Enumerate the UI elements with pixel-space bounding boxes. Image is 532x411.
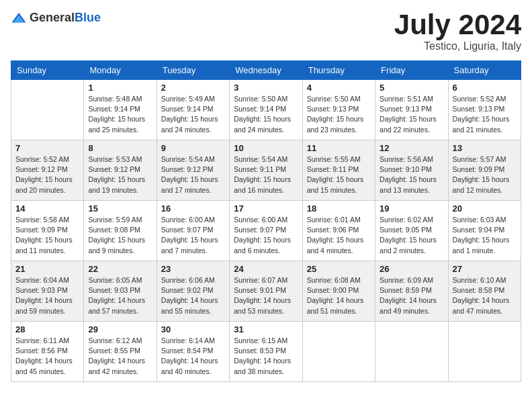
day-number: 14 <box>15 203 79 214</box>
day-number: 15 <box>88 203 152 214</box>
day-info: Sunrise: 6:05 AMSunset: 9:03 PMDaylight:… <box>88 275 152 316</box>
day-number: 25 <box>307 264 371 274</box>
calendar-cell: 10Sunrise: 5:54 AMSunset: 9:11 PMDayligh… <box>230 140 302 201</box>
calendar-cell: 2Sunrise: 5:49 AMSunset: 9:14 PMDaylight… <box>157 80 229 140</box>
calendar-cell: 4Sunrise: 5:50 AMSunset: 9:13 PMDaylight… <box>302 80 375 140</box>
day-number: 6 <box>453 83 517 93</box>
day-number: 11 <box>307 143 371 153</box>
day-number: 30 <box>161 324 225 334</box>
day-number: 3 <box>234 83 298 93</box>
day-number: 24 <box>234 264 298 274</box>
calendar-cell: 6Sunrise: 5:52 AMSunset: 9:13 PMDaylight… <box>448 80 521 140</box>
month-title: July 2024 <box>394 11 521 39</box>
calendar-cell <box>375 322 448 382</box>
day-number: 28 <box>15 324 79 334</box>
day-info: Sunrise: 6:03 AMSunset: 9:04 PMDaylight:… <box>453 215 517 256</box>
day-info: Sunrise: 5:52 AMSunset: 9:12 PMDaylight:… <box>15 154 79 195</box>
calendar-cell: 25Sunrise: 6:08 AMSunset: 9:00 PMDayligh… <box>302 261 375 322</box>
calendar-cell: 16Sunrise: 6:00 AMSunset: 9:07 PMDayligh… <box>157 201 229 261</box>
calendar-cell: 21Sunrise: 6:04 AMSunset: 9:03 PMDayligh… <box>11 261 84 322</box>
logo: GeneralBlue <box>11 11 101 25</box>
day-number: 19 <box>380 203 443 214</box>
day-number: 20 <box>453 203 517 214</box>
day-info: Sunrise: 5:50 AMSunset: 9:13 PMDaylight:… <box>307 94 371 135</box>
logo-text: GeneralBlue <box>30 11 101 25</box>
calendar-cell: 19Sunrise: 6:02 AMSunset: 9:05 PMDayligh… <box>375 201 448 261</box>
calendar-cell: 1Sunrise: 5:48 AMSunset: 9:14 PMDaylight… <box>84 80 157 140</box>
day-number: 18 <box>307 203 371 214</box>
day-info: Sunrise: 5:53 AMSunset: 9:12 PMDaylight:… <box>88 154 152 195</box>
logo-blue: Blue <box>75 11 101 24</box>
weekday-header-thursday: Thursday <box>302 61 375 80</box>
day-info: Sunrise: 5:49 AMSunset: 9:14 PMDaylight:… <box>161 94 225 135</box>
logo-icon <box>11 11 27 25</box>
day-info: Sunrise: 5:48 AMSunset: 9:14 PMDaylight:… <box>88 94 152 135</box>
week-row-5: 28Sunrise: 6:11 AMSunset: 8:56 PMDayligh… <box>11 322 521 382</box>
calendar-cell: 9Sunrise: 5:54 AMSunset: 9:12 PMDaylight… <box>157 140 229 201</box>
calendar-cell: 27Sunrise: 6:10 AMSunset: 8:58 PMDayligh… <box>448 261 521 322</box>
calendar-cell: 31Sunrise: 6:15 AMSunset: 8:53 PMDayligh… <box>230 322 302 382</box>
day-number: 5 <box>380 83 443 93</box>
calendar-cell: 15Sunrise: 5:59 AMSunset: 9:08 PMDayligh… <box>84 201 157 261</box>
day-info: Sunrise: 6:00 AMSunset: 9:07 PMDaylight:… <box>161 215 225 256</box>
day-info: Sunrise: 6:14 AMSunset: 8:54 PMDaylight:… <box>161 336 225 377</box>
calendar-cell: 7Sunrise: 5:52 AMSunset: 9:12 PMDaylight… <box>11 140 84 201</box>
weekday-header-row: SundayMondayTuesdayWednesdayThursdayFrid… <box>11 61 521 80</box>
day-number: 10 <box>234 143 298 153</box>
calendar-cell: 5Sunrise: 5:51 AMSunset: 9:13 PMDaylight… <box>375 80 448 140</box>
week-row-2: 7Sunrise: 5:52 AMSunset: 9:12 PMDaylight… <box>11 140 521 201</box>
day-info: Sunrise: 5:55 AMSunset: 9:11 PMDaylight:… <box>307 154 371 195</box>
weekday-header-tuesday: Tuesday <box>157 61 229 80</box>
calendar-cell: 26Sunrise: 6:09 AMSunset: 8:59 PMDayligh… <box>375 261 448 322</box>
day-number: 21 <box>15 264 79 274</box>
calendar-cell: 8Sunrise: 5:53 AMSunset: 9:12 PMDaylight… <box>84 140 157 201</box>
calendar-cell: 22Sunrise: 6:05 AMSunset: 9:03 PMDayligh… <box>84 261 157 322</box>
calendar-cell: 13Sunrise: 5:57 AMSunset: 9:09 PMDayligh… <box>448 140 521 201</box>
title-section: July 2024 Testico, Liguria, Italy <box>394 11 521 52</box>
day-number: 27 <box>453 264 517 274</box>
day-number: 2 <box>161 83 225 93</box>
day-info: Sunrise: 5:58 AMSunset: 9:09 PMDaylight:… <box>15 215 79 256</box>
day-info: Sunrise: 6:07 AMSunset: 9:01 PMDaylight:… <box>234 275 298 316</box>
day-info: Sunrise: 5:56 AMSunset: 9:10 PMDaylight:… <box>380 154 443 195</box>
calendar-cell: 24Sunrise: 6:07 AMSunset: 9:01 PMDayligh… <box>230 261 302 322</box>
day-info: Sunrise: 5:59 AMSunset: 9:08 PMDaylight:… <box>88 215 152 256</box>
day-info: Sunrise: 6:11 AMSunset: 8:56 PMDaylight:… <box>15 336 79 377</box>
day-number: 23 <box>161 264 225 274</box>
calendar-cell <box>448 322 521 382</box>
day-info: Sunrise: 5:57 AMSunset: 9:09 PMDaylight:… <box>453 154 517 195</box>
day-number: 1 <box>88 83 152 93</box>
day-number: 13 <box>453 143 517 153</box>
day-number: 26 <box>380 264 443 274</box>
day-info: Sunrise: 6:06 AMSunset: 9:02 PMDaylight:… <box>161 275 225 316</box>
day-info: Sunrise: 5:54 AMSunset: 9:11 PMDaylight:… <box>234 154 298 195</box>
day-number: 29 <box>88 324 152 334</box>
location-title: Testico, Liguria, Italy <box>394 40 521 52</box>
calendar-cell: 17Sunrise: 6:00 AMSunset: 9:07 PMDayligh… <box>230 201 302 261</box>
day-info: Sunrise: 6:12 AMSunset: 8:55 PMDaylight:… <box>88 336 152 377</box>
calendar-cell: 14Sunrise: 5:58 AMSunset: 9:09 PMDayligh… <box>11 201 84 261</box>
calendar-cell: 29Sunrise: 6:12 AMSunset: 8:55 PMDayligh… <box>84 322 157 382</box>
calendar-cell: 11Sunrise: 5:55 AMSunset: 9:11 PMDayligh… <box>302 140 375 201</box>
day-number: 22 <box>88 264 152 274</box>
weekday-header-wednesday: Wednesday <box>230 61 302 80</box>
day-number: 8 <box>88 143 152 153</box>
week-row-3: 14Sunrise: 5:58 AMSunset: 9:09 PMDayligh… <box>11 201 521 261</box>
calendar-cell: 3Sunrise: 5:50 AMSunset: 9:14 PMDaylight… <box>230 80 302 140</box>
day-info: Sunrise: 6:00 AMSunset: 9:07 PMDaylight:… <box>234 215 298 256</box>
calendar-cell: 23Sunrise: 6:06 AMSunset: 9:02 PMDayligh… <box>157 261 229 322</box>
day-info: Sunrise: 5:52 AMSunset: 9:13 PMDaylight:… <box>453 94 517 135</box>
day-number: 17 <box>234 203 298 214</box>
header: GeneralBlue July 2024 Testico, Liguria, … <box>11 11 521 52</box>
week-row-1: 1Sunrise: 5:48 AMSunset: 9:14 PMDaylight… <box>11 80 521 140</box>
day-info: Sunrise: 6:04 AMSunset: 9:03 PMDaylight:… <box>15 275 79 316</box>
page-container: GeneralBlue July 2024 Testico, Liguria, … <box>11 11 521 382</box>
day-number: 16 <box>161 203 225 214</box>
weekday-header-sunday: Sunday <box>11 61 84 80</box>
day-info: Sunrise: 6:10 AMSunset: 8:58 PMDaylight:… <box>453 275 517 316</box>
calendar-cell: 28Sunrise: 6:11 AMSunset: 8:56 PMDayligh… <box>11 322 84 382</box>
day-info: Sunrise: 5:54 AMSunset: 9:12 PMDaylight:… <box>161 154 225 195</box>
day-number: 7 <box>15 143 79 153</box>
day-number: 31 <box>234 324 298 334</box>
day-info: Sunrise: 5:50 AMSunset: 9:14 PMDaylight:… <box>234 94 298 135</box>
